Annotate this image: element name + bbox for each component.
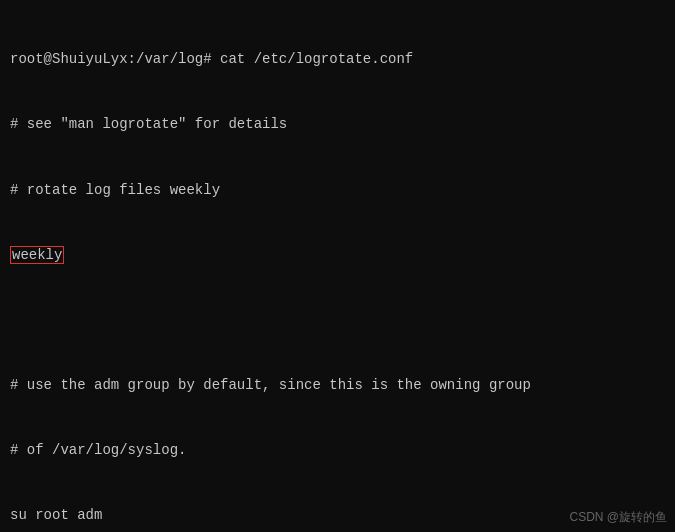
su-text: su root adm	[10, 507, 102, 523]
line-comment-1: # see "man logrotate" for details	[10, 114, 665, 136]
comment-text-1: # see "man logrotate" for details	[10, 116, 287, 132]
line-weekly-label: weekly	[10, 245, 665, 267]
line-comment-4: # of /var/log/syslog.	[10, 440, 665, 462]
highlight-weekly: weekly	[10, 246, 64, 264]
terminal-output: root@ShuiyuLyx:/var/log# cat /etc/logrot…	[0, 0, 675, 532]
comment-text-2: # rotate log files weekly	[10, 182, 220, 198]
comment-text-4: # of /var/log/syslog.	[10, 442, 186, 458]
comment-text-3: # use the adm group by default, since th…	[10, 377, 531, 393]
line-blank-1	[10, 310, 665, 332]
line-comment-2: # rotate log files weekly	[10, 180, 665, 202]
line-command: root@ShuiyuLyx:/var/log# cat /etc/logrot…	[10, 49, 665, 71]
command-text: root@ShuiyuLyx:/var/log# cat /etc/logrot…	[10, 51, 413, 67]
line-su: su root adm	[10, 505, 665, 527]
watermark: CSDN @旋转的鱼	[569, 509, 667, 526]
line-comment-3: # use the adm group by default, since th…	[10, 375, 665, 397]
